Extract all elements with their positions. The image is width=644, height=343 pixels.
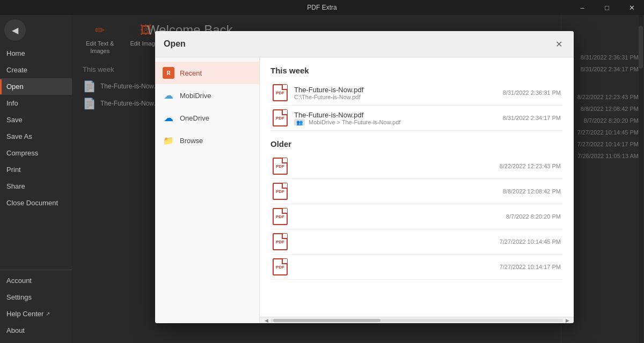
file-panel: This week PDF The-Future-is-Now.pdf C:\T…: [260, 57, 574, 317]
maximize-button[interactable]: □: [595, 0, 619, 15]
file-row-older-5[interactable]: PDF 7/27/2022 10:14:17 PM: [270, 255, 563, 280]
modal-header: Open ✕: [155, 31, 574, 57]
title-bar: PDF Extra – □ ✕: [0, 0, 644, 15]
file-info-week-2: The-Future-is-Now.pdf 👥 MobiDrive > The-…: [294, 111, 496, 125]
hscroll-right-arrow[interactable]: ▶: [563, 317, 572, 324]
pdf-icon-week-1: PDF: [273, 84, 288, 101]
source-panel: R Recent ☁ MobiDrive ☁ OneDrive 📁 Browse: [155, 57, 260, 323]
sidebar: ◀ Home Create Open Info Save Save As Com…: [0, 15, 72, 343]
file-row-older-1[interactable]: PDF 8/22/2022 12:23:43 PM: [270, 154, 563, 179]
file-date-week-1: 8/31/2022 2:36:31 PM: [503, 90, 561, 96]
sidebar-item-compress[interactable]: Compress: [0, 145, 72, 161]
onedrive-icon: ☁: [163, 112, 174, 124]
sidebar-item-settings[interactable]: Settings: [0, 289, 72, 305]
hscroll-track[interactable]: [270, 319, 563, 322]
sidebar-item-help-center[interactable]: Help Center ↗: [0, 305, 72, 322]
sidebar-item-open[interactable]: Open: [0, 78, 72, 95]
external-link-icon: ↗: [46, 311, 50, 317]
source-onedrive[interactable]: ☁ OneDrive: [155, 107, 259, 129]
sidebar-item-create[interactable]: Create: [0, 62, 72, 78]
app-title: PDF Extra: [307, 4, 336, 11]
minimize-button[interactable]: –: [570, 0, 595, 15]
sidebar-item-share[interactable]: Share: [0, 178, 72, 195]
file-date-week-2: 8/31/2022 2:34:17 PM: [503, 115, 561, 121]
older-heading: Older: [270, 139, 563, 148]
recent-icon: R: [163, 67, 174, 79]
sidebar-item-close-document[interactable]: Close Document: [0, 195, 72, 211]
file-path-week-1: C:\The-Future-is-Now.pdf: [294, 94, 496, 100]
pdf-icon-older-3: PDF: [273, 208, 288, 225]
modal-title: Open: [164, 39, 186, 49]
window-controls: – □ ✕: [570, 0, 644, 15]
main-content: Welcome Back Glenn ✏ Edit Text &Images 🖼…: [72, 15, 644, 343]
file-row-older-4[interactable]: PDF 7/27/2022 10:14:45 PM: [270, 229, 563, 255]
sidebar-divider: [0, 270, 72, 270]
file-name-week-2: The-Future-is-Now.pdf: [294, 111, 496, 119]
sidebar-item-about[interactable]: About: [0, 322, 72, 339]
sidebar-item-save[interactable]: Save: [0, 111, 72, 128]
sidebar-item-save-as[interactable]: Save As: [0, 128, 72, 145]
this-week-heading: This week: [270, 66, 563, 75]
file-row-week-2[interactable]: PDF The-Future-is-Now.pdf 👥 MobiDrive > …: [270, 106, 563, 131]
hscroll-thumb[interactable]: [273, 319, 380, 322]
sidebar-nav: Home Create Open Info Save Save As Compr…: [0, 45, 72, 267]
horizontal-scrollbar[interactable]: ◀ ▶: [260, 317, 574, 323]
source-mobidrive[interactable]: ☁ MobiDrive: [155, 84, 259, 107]
file-row-week-1[interactable]: PDF The-Future-is-Now.pdf C:\The-Future-…: [270, 80, 563, 106]
source-recent[interactable]: R Recent: [155, 62, 259, 84]
file-date-older-2: 8/8/2022 12:08:42 PM: [503, 188, 561, 195]
source-onedrive-label: OneDrive: [180, 114, 209, 122]
file-date-older-5: 7/27/2022 10:14:17 PM: [500, 264, 561, 270]
sidebar-item-home[interactable]: Home: [0, 45, 72, 62]
pdf-icon-older-4: PDF: [273, 233, 288, 250]
modal-body: R Recent ☁ MobiDrive ☁ OneDrive 📁 Browse: [155, 57, 574, 323]
close-button[interactable]: ✕: [619, 0, 644, 15]
browse-icon: 📁: [163, 135, 174, 146]
file-date-older-1: 8/22/2022 12:23:43 PM: [500, 163, 561, 169]
source-mobidrive-label: MobiDrive: [180, 92, 211, 100]
app-container: ◀ Home Create Open Info Save Save As Com…: [0, 15, 644, 343]
file-path-week-2: 👥 MobiDrive > The-Future-is-Now.pdf: [294, 119, 496, 125]
pdf-icon-week-2: PDF: [273, 109, 288, 126]
older-section: Older PDF 8/22/2022 12:23:43 PM: [270, 139, 563, 280]
file-row-older-3[interactable]: PDF 8/7/2022 8:20:20 PM: [270, 204, 563, 229]
pdf-icon-older-1: PDF: [273, 158, 288, 175]
modal-close-button[interactable]: ✕: [552, 38, 565, 50]
pdf-icon-older-5: PDF: [273, 258, 288, 275]
file-name-week-1: The-Future-is-Now.pdf: [294, 86, 496, 94]
open-modal: Open ✕ R Recent ☁ MobiDrive ☁: [155, 31, 574, 323]
file-date-older-4: 7/27/2022 10:14:45 PM: [500, 238, 561, 245]
file-date-older-3: 8/7/2022 8:20:20 PM: [506, 213, 561, 220]
sidebar-bottom: Account Settings Help Center ↗ About: [0, 267, 72, 343]
source-browse[interactable]: 📁 Browse: [155, 129, 259, 152]
sidebar-item-info[interactable]: Info: [0, 95, 72, 111]
sidebar-item-account[interactable]: Account: [0, 272, 72, 289]
mobidrive-icon: ☁: [163, 90, 174, 101]
file-info-week-1: The-Future-is-Now.pdf C:\The-Future-is-N…: [294, 86, 496, 100]
source-browse-label: Browse: [180, 137, 203, 145]
file-row-older-2[interactable]: PDF 8/8/2022 12:08:42 PM: [270, 179, 563, 204]
source-recent-label: Recent: [180, 69, 202, 77]
sidebar-item-print[interactable]: Print: [0, 161, 72, 178]
pdf-icon-older-2: PDF: [273, 183, 288, 200]
hscroll-left-arrow[interactable]: ◀: [262, 317, 270, 324]
back-button[interactable]: ◀: [4, 19, 26, 41]
mobidrive-badge: 👥: [294, 119, 305, 125]
